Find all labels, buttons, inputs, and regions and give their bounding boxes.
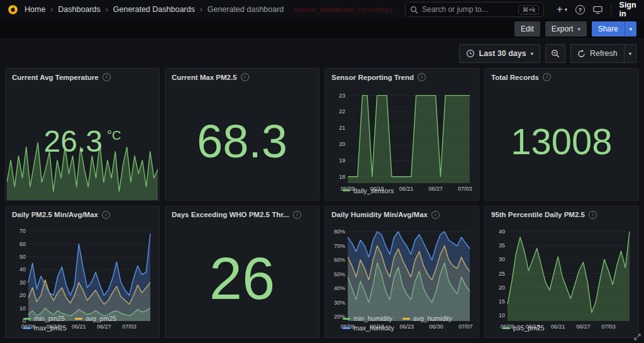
panel-title: Days Exceeding WHO PM2.5 Thr...	[172, 211, 289, 218]
breadcrumb-home[interactable]: Home	[25, 5, 45, 14]
nav-divider	[611, 4, 611, 14]
svg-text:30: 30	[19, 279, 26, 285]
info-icon[interactable]: i	[103, 73, 111, 81]
legend-swatch-icon	[23, 327, 31, 329]
svg-text:80%: 80%	[334, 228, 345, 235]
clock-icon	[466, 49, 475, 58]
legend-item[interactable]: daily_sensors	[343, 187, 394, 194]
export-button[interactable]: Export ▾	[545, 21, 587, 37]
panel-title: 95th Percentile Daily PM2.5	[491, 211, 585, 218]
breadcrumb: Home › Dashboards › Generated Dashboards…	[25, 5, 392, 14]
panel-grid: Current Avg Temperature i 26.3 °C Curren…	[0, 68, 644, 343]
chevron-down-icon: ▾	[565, 6, 567, 13]
legend-swatch-icon	[343, 189, 350, 191]
panel-body: 20%30%40%50%60%70%80%06/0906/1606/2306/3…	[325, 221, 479, 338]
stat-unit: °C	[107, 128, 121, 143]
info-icon[interactable]: i	[543, 73, 551, 81]
panel-body: 26.3 °C	[6, 83, 159, 200]
svg-text:30: 30	[499, 256, 505, 262]
legend-swatch-icon	[402, 318, 410, 320]
legend-item[interactable]: avg_pm25	[75, 315, 116, 322]
refresh-interval-toggle[interactable]: ▾	[624, 45, 636, 62]
info-icon[interactable]: i	[418, 73, 426, 81]
chevron-down-icon: ▾	[630, 26, 632, 32]
info-icon[interactable]: i	[241, 73, 249, 81]
legend-swatch-icon	[75, 318, 82, 320]
panel-95th-percentile-daily-pm25: 95th Percentile Daily PM2.5 i 1015202530…	[484, 206, 639, 339]
info-icon[interactable]: i	[102, 211, 110, 219]
panel-current-avg-temperature: Current Avg Temperature i 26.3 °C	[5, 68, 160, 201]
panel-header: Daily PM2.5 Min/Avg/Max i	[6, 206, 159, 221]
breadcrumb-separator: ›	[106, 5, 108, 14]
top-nav: Home › Dashboards › Generated Dashboards…	[0, 0, 644, 19]
grafana-logo[interactable]	[8, 4, 18, 15]
chevron-down-icon: ▾	[629, 50, 631, 57]
help-icon: ?	[575, 5, 585, 14]
time-range-picker[interactable]: Last 30 days ▾	[459, 44, 540, 63]
breadcrumb-separator: ›	[200, 5, 203, 14]
plus-icon: +	[557, 4, 562, 15]
svg-text:19: 19	[339, 157, 345, 164]
breadcrumb-separator: ›	[50, 5, 53, 14]
info-icon[interactable]: i	[293, 211, 301, 219]
legend-swatch-icon	[23, 318, 31, 320]
share-button[interactable]: Share ▾	[592, 21, 636, 37]
legend-swatch-icon	[343, 318, 350, 320]
sensor-trend-chart[interactable]: 18192021222306/0906/1506/2106/2707/03	[329, 84, 475, 185]
chart-legend: min_humidityavg_humiditymax_humidity	[329, 313, 475, 336]
stat-number: 13008	[511, 120, 612, 162]
export-button-label: Export	[552, 25, 574, 33]
refresh-button[interactable]: Refresh ▾	[570, 44, 636, 63]
legend-item[interactable]: p95_pm25	[502, 324, 545, 332]
kiosk-mode-button[interactable]	[593, 6, 602, 14]
legend-item[interactable]: min_pm25	[23, 315, 65, 322]
svg-text:40: 40	[499, 228, 505, 234]
svg-text:15: 15	[499, 298, 505, 304]
panel-header: Current Avg Temperature i	[6, 69, 159, 83]
legend-label: daily_sensors	[353, 187, 394, 194]
panel-body: 26	[165, 221, 319, 338]
legend-item[interactable]: min_humidity	[343, 315, 392, 322]
svg-text:22: 22	[339, 108, 345, 115]
svg-text:18: 18	[339, 174, 345, 180]
sign-in-button[interactable]: Sign in	[619, 1, 636, 18]
legend-label: min_humidity	[353, 315, 392, 322]
panel-body: 68.3	[165, 83, 319, 200]
panel-days-exceeding-who-pm25: Days Exceeding WHO PM2.5 Thr... i 26	[165, 206, 319, 339]
refresh-label: Refresh	[590, 49, 618, 58]
zoom-out-button[interactable]	[545, 44, 565, 63]
stat-value: 26.3 °C	[6, 83, 159, 200]
legend-item[interactable]: avg_humidity	[402, 315, 452, 322]
info-icon[interactable]: i	[589, 211, 597, 219]
breadcrumb-generated-dashboards[interactable]: Generated Dashboards	[113, 5, 195, 14]
legend-item[interactable]: max_humidity	[343, 324, 394, 332]
panel-title: Total Records	[491, 74, 539, 81]
info-icon[interactable]: i	[431, 211, 440, 219]
search-input[interactable]: Search or jump to... ⌘+k	[405, 2, 544, 17]
legend-swatch-icon	[502, 327, 510, 329]
legend-item[interactable]: max_pm25	[23, 324, 67, 332]
p95-pm25-chart[interactable]: 1015202530354006/0906/1506/2106/2707/03	[489, 222, 635, 323]
panel-sensor-reporting-trend: Sensor Reporting Trend i 18192021222306/…	[325, 68, 479, 201]
refresh-main[interactable]: Refresh	[571, 45, 624, 62]
edit-button[interactable]: Edit	[514, 21, 540, 37]
svg-text:23: 23	[339, 93, 345, 99]
add-button[interactable]: + ▾	[557, 4, 567, 15]
chart-legend: min_pm25avg_pm25max_pm25	[9, 313, 155, 336]
panel-title: Sensor Reporting Trend	[331, 74, 414, 81]
svg-text:70: 70	[19, 228, 26, 234]
panel-body: 01020304050607006/0906/1506/2106/2707/03…	[6, 221, 159, 338]
pm25-minavgmax-chart[interactable]: 01020304050607006/0906/1506/2106/2707/03	[9, 222, 155, 313]
share-dropdown-toggle[interactable]: ▾	[625, 21, 636, 37]
svg-text:30%: 30%	[334, 299, 345, 305]
expand-corner-icon[interactable]	[634, 334, 641, 340]
humidity-minavgmax-chart[interactable]: 20%30%40%50%60%70%80%06/0906/1606/2306/3…	[329, 222, 475, 313]
help-button[interactable]: ?	[575, 5, 585, 14]
breadcrumb-dashboards[interactable]: Dashboards	[58, 5, 100, 14]
stat-value: 26	[165, 221, 319, 338]
panel-title: Current Avg Temperature	[12, 74, 99, 81]
svg-text:40%: 40%	[334, 285, 345, 291]
legend-label: max_humidity	[353, 324, 394, 332]
stat-number: 68.3	[197, 115, 287, 168]
svg-text:25: 25	[499, 270, 505, 276]
